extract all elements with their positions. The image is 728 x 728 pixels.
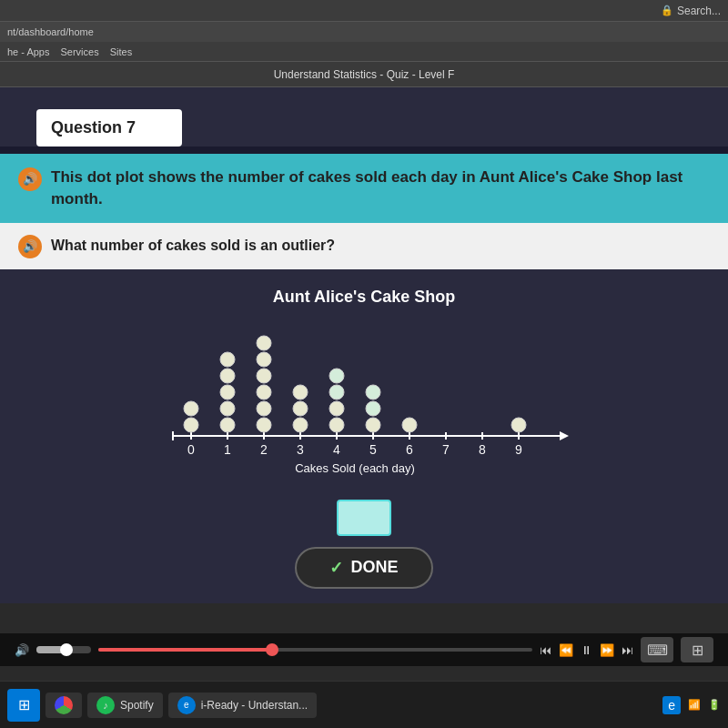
svg-text:3: 3 <box>297 442 304 457</box>
media-progress[interactable] <box>98 648 532 652</box>
svg-text:Cakes Sold (each day): Cakes Sold (each day) <box>295 461 415 475</box>
lock-icon: 🔒 <box>661 5 673 16</box>
svg-point-27 <box>220 401 235 416</box>
svg-text:6: 6 <box>406 442 413 457</box>
dot-plot: 0 1 2 3 4 5 6 7 <box>27 318 701 481</box>
chart-area: Aunt Alice's Cake Shop 0 1 2 <box>0 269 728 490</box>
taskbar-chrome[interactable] <box>46 693 82 718</box>
media-bar: 🔊 ⏮ ⏪ ⏸ ⏩ ⏭ ⌨ ⊞ <box>0 633 728 666</box>
done-button[interactable]: ✓ DONE <box>295 547 432 589</box>
skip-forward-icon[interactable]: ⏭ <box>622 643 633 657</box>
taskbar: ⊞ ♪ Spotify e i-Ready - Understan... e 📶… <box>0 681 728 728</box>
edge-icon[interactable]: e <box>662 696 681 714</box>
svg-point-26 <box>220 418 235 432</box>
spotify-label: Spotify <box>120 699 154 712</box>
sub-question-text: What number of cakes sold is an outlier? <box>51 238 335 254</box>
wifi-icon: 📶 <box>688 699 701 711</box>
svg-point-37 <box>293 418 308 432</box>
bookmark-apps[interactable]: he - Apps <box>7 46 49 57</box>
main-content: Question 7 🔊 This dot plot shows the num… <box>0 87 728 603</box>
question-header: Question 7 <box>36 109 182 147</box>
svg-point-31 <box>257 418 271 432</box>
chart-title: Aunt Alice's Cake Shop <box>273 288 456 307</box>
question-text-container: 🔊 This dot plot shows the number of cake… <box>18 167 710 210</box>
svg-point-48 <box>511 418 526 432</box>
pause-icon[interactable]: ⏸ <box>581 643 592 657</box>
media-controls: ⏮ ⏪ ⏸ ⏩ ⏭ <box>540 643 633 657</box>
svg-text:2: 2 <box>260 442 268 457</box>
taskbar-spotify[interactable]: ♪ Spotify <box>87 693 163 718</box>
search-text: Search... <box>677 5 721 17</box>
start-button[interactable]: ⊞ <box>7 689 40 722</box>
svg-point-42 <box>329 385 344 399</box>
svg-marker-1 <box>560 431 569 440</box>
svg-text:4: 4 <box>333 442 340 457</box>
svg-point-41 <box>329 401 344 416</box>
bookmark-services[interactable]: Services <box>60 46 98 57</box>
svg-text:5: 5 <box>369 442 377 457</box>
address-bar[interactable]: nt/dashboard/home <box>0 22 728 42</box>
svg-point-46 <box>366 385 380 399</box>
speaker-icon[interactable]: 🔊 <box>18 167 42 191</box>
svg-point-47 <box>402 418 417 432</box>
chrome-icon <box>55 696 73 714</box>
svg-point-43 <box>329 369 344 383</box>
bookmark-sites[interactable]: Sites <box>110 46 132 57</box>
skip-back-icon[interactable]: ⏮ <box>540 643 551 657</box>
done-label: DONE <box>350 558 398 577</box>
sub-question-section: 🔊 What number of cakes sold is an outlie… <box>0 223 728 269</box>
svg-point-28 <box>220 385 235 399</box>
answer-input-box[interactable] <box>337 500 391 536</box>
bookmarks-bar: he - Apps Services Sites <box>0 42 728 62</box>
taskbar-iready[interactable]: e i-Ready - Understan... <box>168 693 317 718</box>
browser-bar: 🔒 Search... <box>0 0 728 22</box>
iready-icon: e <box>177 696 196 714</box>
question-number: Question 7 <box>51 118 136 136</box>
svg-point-35 <box>257 352 271 367</box>
svg-point-34 <box>257 369 271 383</box>
answer-area: ✓ DONE <box>0 490 728 603</box>
tab-title: Understand Statistics - Quiz - Level F <box>274 68 455 81</box>
svg-point-36 <box>257 336 271 350</box>
svg-point-40 <box>329 418 344 432</box>
svg-text:1: 1 <box>224 442 231 457</box>
grid-icon[interactable]: ⊞ <box>681 637 713 662</box>
forward-icon[interactable]: ⏩ <box>600 643 614 657</box>
svg-point-25 <box>184 401 198 416</box>
taskbar-right: e 📶 🔋 <box>662 696 721 714</box>
svg-point-24 <box>184 418 198 432</box>
svg-point-29 <box>220 369 235 383</box>
spotify-icon: ♪ <box>96 696 115 714</box>
browser-search: 🔒 Search... <box>661 5 721 17</box>
svg-text:7: 7 <box>442 442 450 457</box>
teal-section: 🔊 This dot plot shows the number of cake… <box>0 154 728 223</box>
svg-text:9: 9 <box>515 442 522 457</box>
svg-point-30 <box>220 352 235 367</box>
svg-point-33 <box>257 385 271 399</box>
svg-point-38 <box>293 401 308 416</box>
keyboard-icon[interactable]: ⌨ <box>641 637 673 662</box>
address-text: nt/dashboard/home <box>7 26 94 37</box>
svg-point-44 <box>366 418 380 432</box>
svg-text:8: 8 <box>479 442 486 457</box>
svg-point-32 <box>257 401 271 416</box>
checkmark-icon: ✓ <box>329 558 343 578</box>
volume-icon[interactable]: 🔊 <box>15 643 29 657</box>
rewind-icon[interactable]: ⏪ <box>559 643 573 657</box>
battery-icon: 🔋 <box>708 699 721 711</box>
svg-text:0: 0 <box>187 442 195 457</box>
iready-label: i-Ready - Understan... <box>201 699 308 712</box>
speaker-icon-2[interactable]: 🔊 <box>18 235 42 258</box>
svg-point-45 <box>366 401 380 416</box>
svg-point-39 <box>293 385 308 399</box>
tab-bar: Understand Statistics - Quiz - Level F <box>0 62 728 87</box>
question-text: This dot plot shows the number of cakes … <box>51 167 710 210</box>
